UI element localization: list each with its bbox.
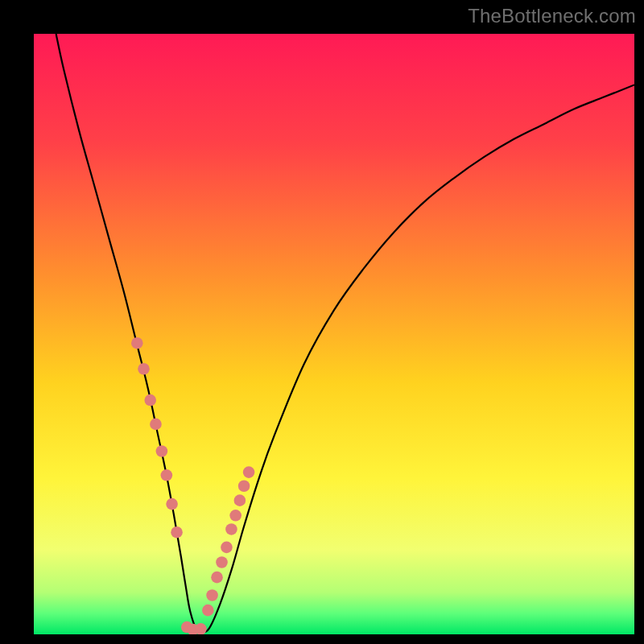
watermark-text: TheBottleneck.com: [468, 5, 636, 27]
marker-dot: [221, 542, 233, 554]
marker-dot: [150, 419, 162, 431]
marker-dot: [171, 526, 183, 539]
marker-dot: [234, 494, 246, 506]
marker-dot: [195, 623, 207, 634]
marker-dot: [161, 469, 173, 481]
marker-dot: [229, 510, 242, 522]
marker-dot: [202, 605, 214, 617]
marker-dot: [216, 556, 228, 568]
marker-dot: [131, 337, 143, 349]
marker-dot: [156, 445, 168, 457]
curve-path: [56, 34, 634, 632]
marker-dot: [144, 394, 156, 407]
marker-dot: [243, 466, 255, 478]
marker-dot: [138, 363, 150, 375]
chart-frame: TheBottleneck.com: [0, 0, 644, 644]
highlight-markers: [131, 337, 254, 634]
marker-dot: [166, 498, 178, 510]
marker-dot: [206, 589, 218, 601]
marker-dot: [225, 523, 237, 535]
bottleneck-curve: [34, 34, 634, 634]
plot-area: [34, 34, 634, 634]
marker-dot: [238, 480, 250, 492]
marker-dot: [211, 572, 223, 584]
